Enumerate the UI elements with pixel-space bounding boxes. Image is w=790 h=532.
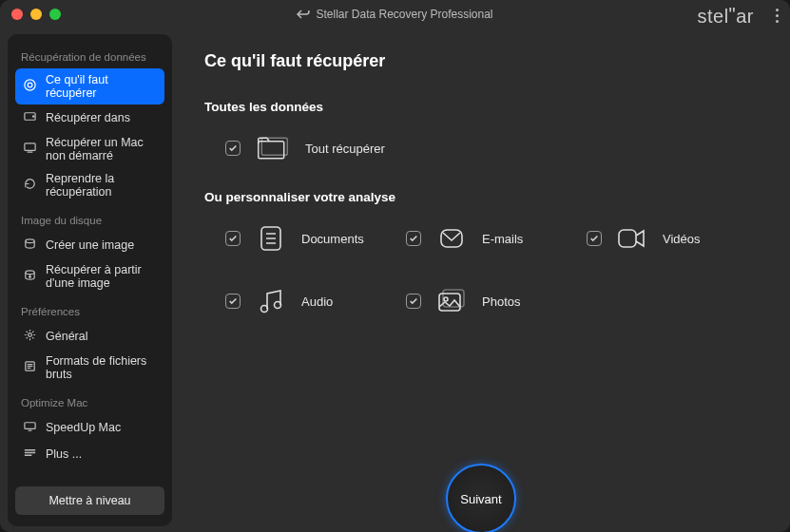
page-title: Ce qu'il faut récupérer (204, 51, 758, 71)
speedup-icon (23, 419, 37, 436)
window-title-text: Stellar Data Recovery Professional (316, 8, 492, 21)
brand-logo: stel"ar (697, 6, 754, 28)
svg-point-18 (444, 297, 448, 301)
sidebar-item-label: Formats de fichiers bruts (46, 354, 157, 381)
emails-icon (434, 221, 469, 256)
sidebar-item-create-image[interactable]: Créer une image (15, 232, 164, 258)
app-window: Stellar Data Recovery Professional stel"… (0, 0, 790, 532)
emails-checkbox[interactable] (406, 231, 421, 246)
window-title: Stellar Data Recovery Professional (0, 8, 790, 21)
traffic-lights (11, 9, 61, 20)
target-icon (23, 78, 37, 95)
upgrade-button[interactable]: Mettre à niveau (15, 486, 164, 515)
documents-icon (254, 221, 288, 256)
minimize-window-button[interactable] (30, 9, 42, 20)
folder-icon (256, 131, 290, 165)
sidebar-item-recover-mac[interactable]: Récupérer un Mac non démarré (15, 131, 164, 167)
sidebar-item-label: Reprendre la récupération (46, 172, 157, 199)
option-label: Documents (301, 232, 364, 246)
svg-point-7 (29, 333, 32, 337)
option-label: Audio (301, 294, 333, 309)
svg-rect-13 (441, 230, 462, 247)
recover-image-icon (23, 268, 37, 285)
create-image-icon (23, 237, 37, 254)
svg-rect-4 (25, 143, 35, 151)
option-label: Photos (482, 294, 520, 309)
sidebar-item-recover-from-image[interactable]: Récupérer à partir d'une image (15, 258, 164, 294)
option-label: E-mails (482, 232, 523, 246)
sidebar-item-general[interactable]: Général (15, 323, 164, 350)
sidebar-item-recover-from[interactable]: Récupérer dans (15, 104, 164, 131)
sidebar-item-label: Récupérer un Mac non démarré (46, 136, 157, 162)
option-documents[interactable]: Documents (225, 221, 396, 256)
sidebar-item-label: Récupérer à partir d'une image (46, 263, 157, 290)
gear-icon (23, 328, 37, 345)
raw-icon (23, 359, 37, 376)
documents-checkbox[interactable] (225, 231, 241, 246)
option-photos[interactable]: Photos (406, 284, 577, 318)
svg-point-6 (26, 271, 34, 275)
sidebar-section-label: Image du disque (21, 215, 159, 226)
sidebar-item-label: SpeedUp Mac (46, 421, 121, 434)
sidebar: Récupération de données Ce qu'il faut ré… (8, 34, 172, 526)
sidebar-item-label: Ce qu'il faut récupérer (46, 73, 157, 100)
audio-checkbox[interactable] (225, 294, 241, 309)
svg-point-5 (26, 239, 34, 243)
option-label: Vidéos (663, 232, 701, 246)
mac-icon (23, 141, 37, 158)
sidebar-item-speedup[interactable]: SpeedUp Mac (15, 414, 164, 441)
sidebar-item-raw-formats[interactable]: Formats de fichiers bruts (15, 350, 164, 386)
resume-icon (23, 177, 37, 194)
drive-icon (23, 109, 37, 126)
titlebar: Stellar Data Recovery Professional stel"… (0, 0, 790, 28)
sidebar-item-label: Récupérer dans (46, 111, 130, 124)
audio-icon (254, 284, 288, 318)
sidebar-item-label: Créer une image (46, 238, 134, 252)
next-button-label: Suivant (460, 492, 501, 506)
recover-all-checkbox[interactable] (225, 141, 241, 156)
videos-checkbox[interactable] (587, 231, 602, 246)
sidebar-item-more[interactable]: Plus ... (15, 441, 164, 467)
all-data-heading: Toutes les données (204, 100, 758, 114)
videos-icon (615, 221, 649, 256)
option-audio[interactable]: Audio (225, 284, 396, 318)
svg-point-3 (33, 116, 35, 118)
main-panel: Ce qu'il faut récupérer Toutes les donné… (172, 28, 790, 532)
option-videos[interactable]: Vidéos (587, 221, 758, 256)
kebab-menu-icon[interactable] (776, 9, 779, 23)
recover-all-label: Tout récupérer (305, 142, 385, 156)
svg-rect-14 (619, 230, 636, 247)
photos-checkbox[interactable] (406, 294, 421, 309)
sidebar-item-label: Général (46, 330, 87, 343)
svg-point-1 (28, 83, 32, 87)
customize-heading: Ou personnaliser votre analyse (204, 190, 758, 204)
sidebar-section-label: Optimize Mac (21, 397, 159, 408)
sidebar-item-label: Plus ... (46, 447, 82, 461)
sidebar-item-resume[interactable]: Reprendre la récupération (15, 167, 164, 203)
sidebar-section-label: Préférences (21, 306, 159, 317)
back-icon[interactable] (297, 9, 310, 20)
sidebar-item-what-to-recover[interactable]: Ce qu'il faut récupérer (15, 68, 164, 104)
svg-rect-9 (25, 423, 35, 429)
svg-point-0 (25, 80, 35, 90)
option-emails[interactable]: E-mails (406, 221, 577, 256)
maximize-window-button[interactable] (49, 9, 61, 20)
photos-icon (434, 284, 469, 318)
close-window-button[interactable] (11, 9, 23, 20)
next-button[interactable]: Suivant (446, 464, 516, 532)
sidebar-section-label: Récupération de données (21, 51, 159, 63)
more-icon (23, 446, 37, 463)
